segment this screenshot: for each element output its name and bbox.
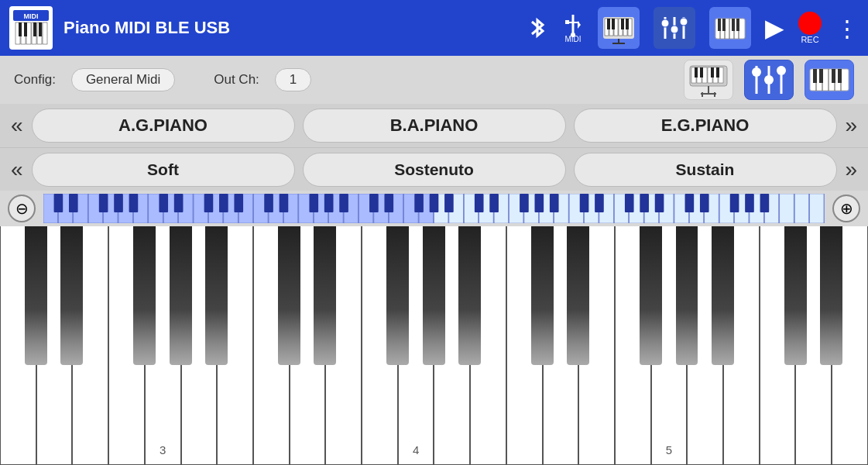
svg-rect-151: [475, 194, 484, 212]
black-key-0-6[interactable]: [205, 226, 228, 365]
svg-rect-156: [580, 194, 589, 212]
svg-rect-134: [114, 194, 123, 212]
svg-rect-8: [43, 22, 47, 44]
config-piano-icon[interactable]: [684, 60, 733, 100]
bluetooth-icon[interactable]: [527, 16, 548, 40]
black-key-0-5[interactable]: [170, 226, 192, 365]
config-value[interactable]: General Midi: [71, 68, 175, 91]
svg-point-34: [661, 19, 669, 27]
black-key-2-5[interactable]: [676, 226, 698, 365]
svg-point-67: [777, 66, 786, 75]
svg-rect-11: [33, 22, 36, 36]
svg-rect-163: [730, 194, 739, 212]
svg-rect-130: [810, 194, 824, 223]
svg-rect-147: [384, 194, 393, 212]
record-button[interactable]: REC: [798, 12, 822, 44]
svg-rect-135: [129, 194, 139, 212]
svg-point-66: [764, 75, 774, 84]
svg-rect-165: [760, 194, 770, 212]
instrument-btn-2[interactable]: E.G.PIANO: [574, 108, 837, 143]
svg-rect-10: [24, 22, 27, 36]
black-key-2-2[interactable]: [567, 226, 589, 365]
zoom-in-button[interactable]: ⊕: [832, 195, 860, 222]
black-key-1-2[interactable]: [314, 226, 336, 365]
svg-rect-28: [626, 19, 629, 29]
svg-rect-15: [565, 20, 569, 24]
rec-label: REC: [801, 35, 818, 44]
svg-rect-146: [369, 194, 379, 212]
midi-label: MIDI: [564, 35, 581, 43]
svg-rect-137: [174, 194, 184, 212]
mini-keyboard[interactable]: [43, 194, 825, 223]
config-row: Config: General Midi Out Ch: 1: [0, 56, 868, 104]
pedal-btn-sostenuto[interactable]: Sostenuto: [303, 153, 566, 187]
svg-rect-158: [625, 194, 634, 212]
instrument-next-arrow[interactable]: »: [839, 113, 863, 138]
pedal-prev-arrow[interactable]: «: [5, 157, 29, 182]
more-menu-button[interactable]: ⋮: [835, 15, 859, 42]
pedal-btn-sustain[interactable]: Sustain: [574, 153, 837, 187]
svg-rect-142: [280, 194, 289, 212]
svg-rect-145: [339, 194, 348, 212]
black-key-3-1[interactable]: [784, 226, 807, 365]
svg-text:MIDI: MIDI: [24, 12, 39, 20]
keyboard-view-button[interactable]: [709, 7, 751, 49]
svg-rect-25: [607, 19, 610, 29]
svg-rect-140: [234, 194, 243, 212]
black-key-2-1[interactable]: [531, 226, 554, 365]
black-key-0-2[interactable]: [60, 226, 83, 365]
svg-rect-164: [745, 194, 754, 212]
out-ch-value[interactable]: 1: [275, 68, 311, 91]
mini-keyboard-row: ⊖ ⊕: [0, 191, 868, 226]
pedal-row: « Soft Sostenuto Sustain »: [0, 147, 868, 191]
black-key-1-1[interactable]: [278, 226, 300, 365]
svg-rect-26: [612, 19, 615, 29]
svg-rect-157: [595, 194, 604, 212]
black-key-1-4[interactable]: [386, 226, 409, 365]
svg-rect-57: [716, 67, 719, 78]
piano-section: 345: [0, 226, 868, 465]
svg-rect-141: [264, 194, 273, 212]
instrument-btn-1[interactable]: B.A.PIANO: [303, 108, 566, 143]
instrument-btn-0[interactable]: A.G.PIANO: [32, 108, 295, 143]
usb-midi-icon[interactable]: MIDI: [562, 13, 584, 43]
play-button[interactable]: ▶: [765, 13, 784, 43]
octave-number-4: 4: [413, 443, 419, 456]
black-key-0-4[interactable]: [133, 226, 156, 365]
black-key-1-6[interactable]: [458, 226, 481, 365]
svg-rect-43: [718, 19, 721, 31]
black-key-2-4[interactable]: [640, 226, 662, 365]
zoom-out-button[interactable]: ⊖: [8, 195, 36, 222]
svg-rect-128: [780, 194, 794, 223]
config-icon-group: [684, 60, 854, 100]
svg-rect-77: [838, 69, 842, 83]
config-keys-icon[interactable]: [805, 60, 854, 100]
black-key-1-5[interactable]: [423, 226, 445, 365]
black-key-2-6[interactable]: [712, 226, 734, 365]
black-key-0-1[interactable]: [25, 226, 47, 365]
svg-rect-131: [54, 194, 63, 212]
black-key-3-2[interactable]: [820, 226, 842, 365]
instrument-prev-arrow[interactable]: «: [5, 113, 29, 138]
svg-rect-9: [19, 22, 22, 36]
mixer-button[interactable]: [654, 7, 695, 49]
pedal-btn-soft[interactable]: Soft: [32, 153, 295, 187]
svg-rect-76: [832, 69, 835, 83]
header: MIDI Piano MIDI BLE USB: [0, 0, 868, 56]
svg-point-36: [680, 18, 688, 26]
piano-config-button[interactable]: [598, 7, 640, 49]
header-icons: MIDI: [527, 7, 859, 49]
svg-rect-139: [219, 194, 228, 212]
app-logo: MIDI: [9, 6, 53, 50]
app-title: Piano MIDI BLE USB: [63, 18, 527, 38]
svg-rect-161: [685, 194, 695, 212]
svg-rect-148: [414, 194, 424, 212]
svg-point-65: [752, 67, 761, 77]
svg-rect-54: [695, 67, 698, 78]
svg-rect-27: [621, 19, 624, 29]
octave-number-3: 3: [160, 443, 166, 456]
svg-rect-133: [99, 194, 108, 212]
svg-rect-154: [535, 194, 544, 212]
config-mixer-icon[interactable]: [744, 60, 794, 100]
pedal-next-arrow[interactable]: »: [839, 157, 863, 182]
